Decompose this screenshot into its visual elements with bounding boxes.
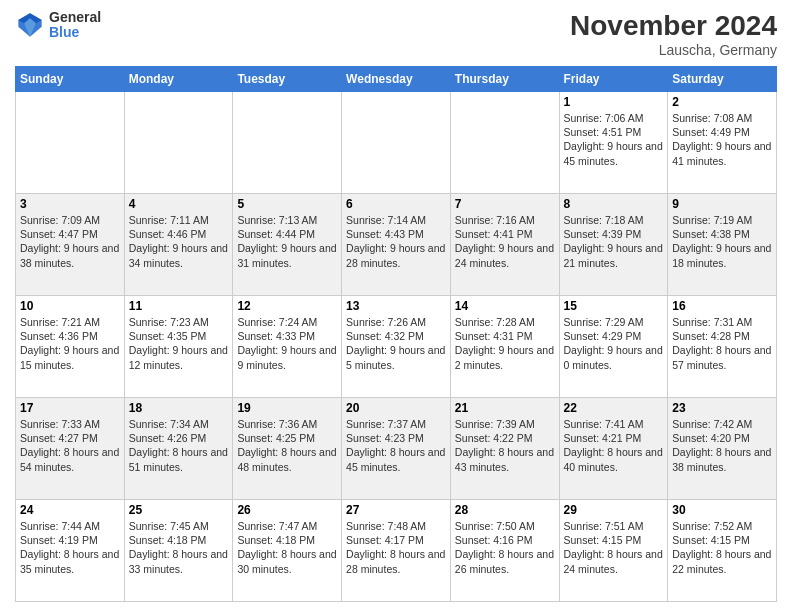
day-number: 4 <box>129 197 229 211</box>
calendar-week-row: 3Sunrise: 7:09 AM Sunset: 4:47 PM Daylig… <box>16 194 777 296</box>
day-number: 26 <box>237 503 337 517</box>
day-info: Sunrise: 7:28 AM Sunset: 4:31 PM Dayligh… <box>455 315 555 372</box>
logo-line1: General <box>49 10 101 25</box>
table-cell <box>16 92 125 194</box>
day-number: 25 <box>129 503 229 517</box>
table-cell: 2Sunrise: 7:08 AM Sunset: 4:49 PM Daylig… <box>668 92 777 194</box>
day-number: 3 <box>20 197 120 211</box>
table-cell: 8Sunrise: 7:18 AM Sunset: 4:39 PM Daylig… <box>559 194 668 296</box>
day-number: 13 <box>346 299 446 313</box>
day-info: Sunrise: 7:52 AM Sunset: 4:15 PM Dayligh… <box>672 519 772 576</box>
table-cell: 29Sunrise: 7:51 AM Sunset: 4:15 PM Dayli… <box>559 500 668 602</box>
title-section: November 2024 Lauscha, Germany <box>570 10 777 58</box>
day-info: Sunrise: 7:50 AM Sunset: 4:16 PM Dayligh… <box>455 519 555 576</box>
day-info: Sunrise: 7:29 AM Sunset: 4:29 PM Dayligh… <box>564 315 664 372</box>
day-number: 16 <box>672 299 772 313</box>
logo-icon <box>15 10 45 40</box>
calendar-subtitle: Lauscha, Germany <box>570 42 777 58</box>
day-info: Sunrise: 7:18 AM Sunset: 4:39 PM Dayligh… <box>564 213 664 270</box>
calendar-week-row: 24Sunrise: 7:44 AM Sunset: 4:19 PM Dayli… <box>16 500 777 602</box>
page: General Blue November 2024 Lauscha, Germ… <box>0 0 792 612</box>
day-number: 9 <box>672 197 772 211</box>
day-info: Sunrise: 7:34 AM Sunset: 4:26 PM Dayligh… <box>129 417 229 474</box>
day-info: Sunrise: 7:31 AM Sunset: 4:28 PM Dayligh… <box>672 315 772 372</box>
weekday-header-row: Sunday Monday Tuesday Wednesday Thursday… <box>16 67 777 92</box>
table-cell <box>233 92 342 194</box>
day-number: 24 <box>20 503 120 517</box>
header-tuesday: Tuesday <box>233 67 342 92</box>
day-info: Sunrise: 7:11 AM Sunset: 4:46 PM Dayligh… <box>129 213 229 270</box>
table-cell <box>342 92 451 194</box>
day-number: 20 <box>346 401 446 415</box>
day-info: Sunrise: 7:41 AM Sunset: 4:21 PM Dayligh… <box>564 417 664 474</box>
day-number: 21 <box>455 401 555 415</box>
day-number: 28 <box>455 503 555 517</box>
table-cell: 23Sunrise: 7:42 AM Sunset: 4:20 PM Dayli… <box>668 398 777 500</box>
header-monday: Monday <box>124 67 233 92</box>
header-thursday: Thursday <box>450 67 559 92</box>
day-number: 12 <box>237 299 337 313</box>
logo-line2: Blue <box>49 25 101 40</box>
calendar-table: Sunday Monday Tuesday Wednesday Thursday… <box>15 66 777 602</box>
table-cell: 24Sunrise: 7:44 AM Sunset: 4:19 PM Dayli… <box>16 500 125 602</box>
day-number: 6 <box>346 197 446 211</box>
table-cell: 15Sunrise: 7:29 AM Sunset: 4:29 PM Dayli… <box>559 296 668 398</box>
day-info: Sunrise: 7:33 AM Sunset: 4:27 PM Dayligh… <box>20 417 120 474</box>
table-cell: 7Sunrise: 7:16 AM Sunset: 4:41 PM Daylig… <box>450 194 559 296</box>
day-info: Sunrise: 7:14 AM Sunset: 4:43 PM Dayligh… <box>346 213 446 270</box>
calendar-week-row: 10Sunrise: 7:21 AM Sunset: 4:36 PM Dayli… <box>16 296 777 398</box>
table-cell: 18Sunrise: 7:34 AM Sunset: 4:26 PM Dayli… <box>124 398 233 500</box>
day-info: Sunrise: 7:37 AM Sunset: 4:23 PM Dayligh… <box>346 417 446 474</box>
day-number: 22 <box>564 401 664 415</box>
table-cell: 4Sunrise: 7:11 AM Sunset: 4:46 PM Daylig… <box>124 194 233 296</box>
table-cell: 13Sunrise: 7:26 AM Sunset: 4:32 PM Dayli… <box>342 296 451 398</box>
table-cell: 26Sunrise: 7:47 AM Sunset: 4:18 PM Dayli… <box>233 500 342 602</box>
table-cell: 11Sunrise: 7:23 AM Sunset: 4:35 PM Dayli… <box>124 296 233 398</box>
day-info: Sunrise: 7:16 AM Sunset: 4:41 PM Dayligh… <box>455 213 555 270</box>
calendar-title: November 2024 <box>570 10 777 42</box>
day-number: 8 <box>564 197 664 211</box>
table-cell: 28Sunrise: 7:50 AM Sunset: 4:16 PM Dayli… <box>450 500 559 602</box>
table-cell: 21Sunrise: 7:39 AM Sunset: 4:22 PM Dayli… <box>450 398 559 500</box>
day-number: 7 <box>455 197 555 211</box>
day-number: 5 <box>237 197 337 211</box>
day-info: Sunrise: 7:19 AM Sunset: 4:38 PM Dayligh… <box>672 213 772 270</box>
day-info: Sunrise: 7:48 AM Sunset: 4:17 PM Dayligh… <box>346 519 446 576</box>
table-cell: 12Sunrise: 7:24 AM Sunset: 4:33 PM Dayli… <box>233 296 342 398</box>
calendar-week-row: 1Sunrise: 7:06 AM Sunset: 4:51 PM Daylig… <box>16 92 777 194</box>
day-info: Sunrise: 7:24 AM Sunset: 4:33 PM Dayligh… <box>237 315 337 372</box>
day-number: 1 <box>564 95 664 109</box>
day-number: 23 <box>672 401 772 415</box>
day-number: 10 <box>20 299 120 313</box>
day-number: 18 <box>129 401 229 415</box>
day-number: 29 <box>564 503 664 517</box>
day-number: 14 <box>455 299 555 313</box>
table-cell: 19Sunrise: 7:36 AM Sunset: 4:25 PM Dayli… <box>233 398 342 500</box>
header-wednesday: Wednesday <box>342 67 451 92</box>
table-cell <box>124 92 233 194</box>
calendar-week-row: 17Sunrise: 7:33 AM Sunset: 4:27 PM Dayli… <box>16 398 777 500</box>
table-cell <box>450 92 559 194</box>
header-sunday: Sunday <box>16 67 125 92</box>
day-info: Sunrise: 7:45 AM Sunset: 4:18 PM Dayligh… <box>129 519 229 576</box>
table-cell: 17Sunrise: 7:33 AM Sunset: 4:27 PM Dayli… <box>16 398 125 500</box>
day-info: Sunrise: 7:26 AM Sunset: 4:32 PM Dayligh… <box>346 315 446 372</box>
table-cell: 10Sunrise: 7:21 AM Sunset: 4:36 PM Dayli… <box>16 296 125 398</box>
day-number: 30 <box>672 503 772 517</box>
day-number: 27 <box>346 503 446 517</box>
day-info: Sunrise: 7:23 AM Sunset: 4:35 PM Dayligh… <box>129 315 229 372</box>
table-cell: 27Sunrise: 7:48 AM Sunset: 4:17 PM Dayli… <box>342 500 451 602</box>
day-info: Sunrise: 7:09 AM Sunset: 4:47 PM Dayligh… <box>20 213 120 270</box>
logo: General Blue <box>15 10 101 41</box>
table-cell: 16Sunrise: 7:31 AM Sunset: 4:28 PM Dayli… <box>668 296 777 398</box>
table-cell: 5Sunrise: 7:13 AM Sunset: 4:44 PM Daylig… <box>233 194 342 296</box>
day-number: 15 <box>564 299 664 313</box>
day-number: 19 <box>237 401 337 415</box>
header-saturday: Saturday <box>668 67 777 92</box>
table-cell: 3Sunrise: 7:09 AM Sunset: 4:47 PM Daylig… <box>16 194 125 296</box>
day-number: 2 <box>672 95 772 109</box>
day-info: Sunrise: 7:06 AM Sunset: 4:51 PM Dayligh… <box>564 111 664 168</box>
table-cell: 9Sunrise: 7:19 AM Sunset: 4:38 PM Daylig… <box>668 194 777 296</box>
table-cell: 1Sunrise: 7:06 AM Sunset: 4:51 PM Daylig… <box>559 92 668 194</box>
logo-text: General Blue <box>49 10 101 41</box>
